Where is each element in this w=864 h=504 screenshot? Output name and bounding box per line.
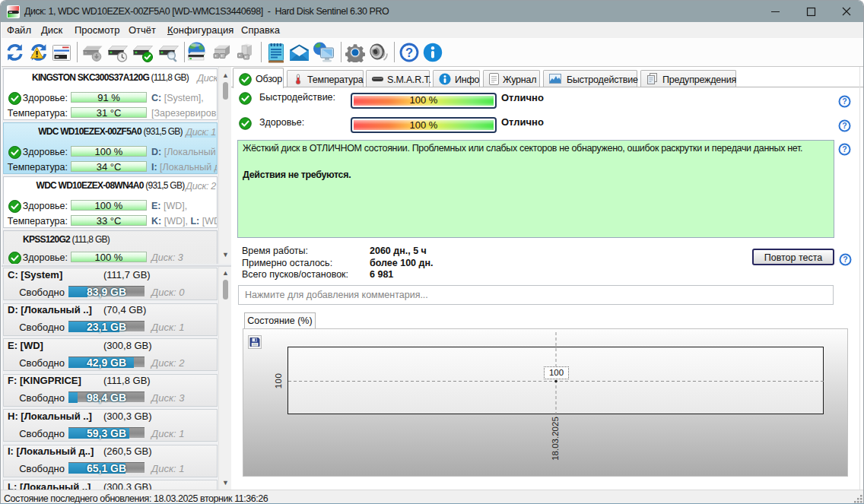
- svg-text:?: ?: [405, 46, 413, 59]
- svg-text:?: ?: [842, 144, 847, 154]
- svg-text:?: ?: [843, 255, 847, 264]
- svg-text:?: ?: [842, 97, 847, 106]
- svg-text:?: ?: [842, 121, 847, 130]
